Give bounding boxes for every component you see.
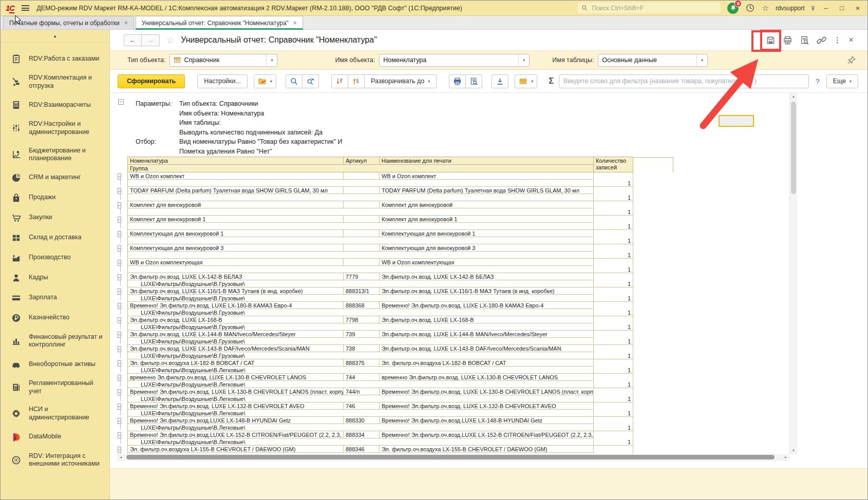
expand-groups-button[interactable]: [348, 74, 365, 88]
cell-print-name[interactable]: WB и Ozon комплект: [380, 172, 594, 180]
cell-group-path[interactable]: [128, 208, 594, 216]
print-toolbar-button[interactable]: [449, 74, 466, 88]
row-expander[interactable]: −: [118, 375, 121, 381]
cell-count[interactable]: [594, 273, 633, 280]
horizontal-scrollbar[interactable]: ◄ ►: [117, 454, 789, 461]
cell-nomenclature[interactable]: Эл.фильтр.оч.возд. LUXE LX-142-В БЕЛАЗ: [128, 273, 344, 280]
row-expander[interactable]: −: [118, 217, 121, 223]
quick-filter-input[interactable]: [559, 74, 809, 88]
cell-count-value[interactable]: 1: [594, 295, 633, 302]
cell-article[interactable]: [344, 216, 380, 223]
cell-nomenclature[interactable]: WB и Ozon комплектующая: [128, 259, 344, 266]
cell-article[interactable]: 744/п: [344, 388, 380, 395]
cell-group-path[interactable]: LUXE\Фильтры\Воздушные\В.Грузовые\: [128, 323, 594, 331]
cell-group-path[interactable]: [128, 194, 594, 201]
outer-group-expander[interactable]: −: [118, 99, 124, 105]
cell-nomenclature[interactable]: WB и Ozon комплект: [128, 172, 344, 180]
cell-article[interactable]: 888334: [344, 431, 380, 438]
tab-print-forms[interactable]: Печатные формы, отчеты и обработки ×: [3, 16, 134, 29]
cell-print-name[interactable]: Комплект для винокуровой 1: [380, 216, 594, 223]
cell-group-path[interactable]: [128, 266, 594, 273]
cell-article[interactable]: [344, 244, 380, 252]
find-button[interactable]: [286, 74, 303, 88]
sidebar-item-19[interactable]: RDV: Интеграция с внешними источниками: [1, 447, 109, 473]
cell-print-name[interactable]: Временно! Эл.фильтр.оч.возд. LUXE LX-130…: [380, 388, 594, 395]
cell-nomenclature[interactable]: Комплект для винокуровой: [128, 201, 344, 208]
header-nomenclature[interactable]: Номенклатура: [128, 157, 344, 165]
tab-close-icon[interactable]: ×: [293, 20, 297, 27]
header-records-count[interactable]: Количество записей: [594, 157, 633, 172]
cell-nomenclature[interactable]: Временно! Эл.фильтр.оч.возд. LUXE LX-180…: [128, 302, 344, 309]
cell-count-value[interactable]: 1: [594, 309, 633, 316]
dropdown-arrow-icon[interactable]: ▾: [266, 54, 277, 66]
row-expander[interactable]: −: [118, 403, 121, 410]
autosum-button[interactable]: Σ: [549, 76, 554, 86]
scroll-left-icon[interactable]: ◄: [117, 454, 124, 461]
cell-count[interactable]: [594, 287, 633, 295]
cell-group-path[interactable]: LUXE\Фильтры\Воздушные\В.Легковые\: [128, 438, 594, 446]
collapse-groups-button[interactable]: [331, 74, 348, 88]
cell-nomenclature[interactable]: Эл. фильтр.оч.воздуха LX-182-В BOBCAT / …: [128, 359, 344, 367]
cell-count[interactable]: [594, 446, 633, 453]
sidebar-item-12[interactable]: Зарплата: [1, 288, 109, 308]
cell-article[interactable]: 888346: [344, 446, 380, 453]
cell-nomenclature[interactable]: Комплектующая для винокуровой 3: [128, 244, 344, 252]
expand-to-button[interactable]: Разворачивать до ▾: [365, 74, 437, 88]
cell-count-value[interactable]: 1: [594, 266, 633, 273]
cell-print-name[interactable]: Временно! Эл.фильтр.оч.возд.LUXE LX-148-…: [380, 417, 594, 424]
cell-nomenclature[interactable]: Эл.фильтр.оч.возд. LUXE LX-168-В: [128, 316, 344, 323]
cell-nomenclature[interactable]: Комплект для винокуровой 1: [128, 216, 344, 223]
cell-count-value[interactable]: 1: [594, 438, 633, 446]
print-preview-button[interactable]: [800, 35, 809, 45]
back-button[interactable]: ←: [124, 34, 142, 46]
cell-count[interactable]: [594, 244, 633, 252]
sidebar-item-9[interactable]: Склад и доставка: [1, 228, 109, 248]
cell-count-value[interactable]: 1: [594, 237, 633, 244]
cell-count[interactable]: [594, 417, 633, 424]
cell-count[interactable]: [594, 216, 633, 223]
pin-icon[interactable]: [846, 55, 856, 65]
cell-article[interactable]: [344, 201, 380, 208]
row-expander[interactable]: −: [118, 202, 121, 208]
object-name-combobox[interactable]: Номенклатура ▾: [379, 54, 530, 67]
cell-print-name[interactable]: WB и Ozon комплектующая: [380, 259, 594, 266]
row-expander[interactable]: −: [118, 317, 121, 323]
notifications-bell-icon[interactable]: 6: [727, 3, 739, 14]
cell-article[interactable]: 7779: [344, 273, 380, 280]
cell-print-name[interactable]: Временно! Эл.фильтр.оч.возд. LUXE LX-132…: [380, 402, 594, 410]
cell-print-name[interactable]: Комплект для винокуровой: [380, 201, 594, 208]
cell-count-value[interactable]: 1: [594, 194, 633, 201]
header-print-name[interactable]: Наименование для печати: [380, 157, 594, 165]
cell-article[interactable]: [344, 187, 380, 194]
object-type-combobox[interactable]: Справочник ▾: [169, 54, 277, 67]
report-variants-button[interactable]: ▾: [254, 74, 276, 88]
cell-count-value[interactable]: 1: [594, 395, 633, 402]
cell-group-path[interactable]: LUXE\Фильтры\Воздушные\В.Грузовые\: [128, 280, 594, 287]
cell-print-name[interactable]: Эл. фильтр.оч.воздуха LX-155-В CHEVROLET…: [380, 446, 594, 453]
cell-count[interactable]: [594, 201, 633, 208]
sidebar-collapse-button[interactable]: ▲: [1, 30, 109, 43]
maximize-button[interactable]: □: [837, 4, 846, 12]
cell-print-name[interactable]: Эл.фильтр.оч.возд. LUXE LX-143-В DAF/Ive…: [380, 345, 594, 352]
minimize-button[interactable]: –: [821, 4, 831, 12]
row-expander[interactable]: −: [118, 360, 121, 367]
row-expander[interactable]: −: [118, 188, 121, 194]
cell-article[interactable]: [344, 230, 380, 237]
vertical-scroll-thumb[interactable]: [791, 102, 796, 194]
sidebar-item-13[interactable]: Казначейство: [1, 308, 109, 328]
favorite-star-icon[interactable]: ☆: [166, 35, 174, 46]
sidebar-item-3[interactable]: RDV:Взаиморасчеты: [1, 95, 109, 115]
cell-group-path[interactable]: [128, 252, 594, 259]
cell-print-name[interactable]: Комплектующая для винокуровой 1: [380, 230, 594, 237]
cell-article[interactable]: 888313/1: [344, 287, 380, 295]
tab-universal-report[interactable]: Универсальный отчет: Справочник "Номенкл…: [136, 16, 303, 29]
cell-article[interactable]: [344, 259, 380, 266]
cell-print-name[interactable]: Эл.фильтр.оч.возд. LUXE LX-142-В БЕЛАЗ: [380, 273, 594, 280]
cell-print-name[interactable]: Временно! Эл.фильтр.оч.возд.LUXE LX-152-…: [380, 431, 594, 438]
cell-group-path[interactable]: LUXE\Фильтры\Воздушные\В.Грузовые\: [128, 352, 594, 359]
sidebar-item-10[interactable]: Производство: [1, 248, 109, 268]
cell-group-path[interactable]: LUXE\Фильтры\Воздушные\В.Легковые\: [128, 410, 594, 417]
save-button[interactable]: [766, 35, 776, 45]
cell-nomenclature[interactable]: Эл.фильтр.оч.возд. LUXE LX-144-В MAN/Ive…: [128, 331, 344, 338]
cell-count[interactable]: [594, 374, 633, 381]
